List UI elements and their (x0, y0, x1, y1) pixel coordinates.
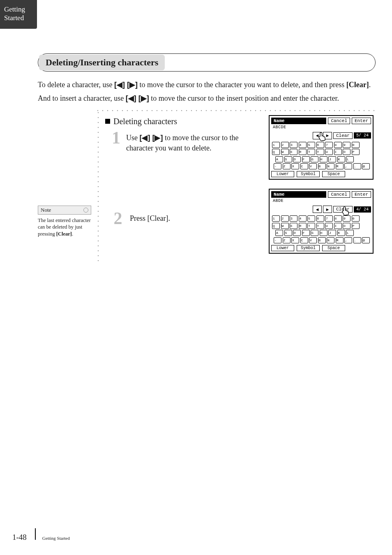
keyboard-key[interactable]: X (291, 163, 299, 169)
keyboard-key[interactable]: H (320, 156, 327, 162)
keyboard-key[interactable]: P (352, 149, 360, 155)
keyboard-key[interactable]: L (346, 230, 354, 236)
keyboard-key[interactable]: 2 (281, 142, 289, 148)
cursor-left-button[interactable]: ◀ (313, 206, 322, 213)
keyboard-key[interactable]: E (290, 223, 297, 229)
keyboard-key[interactable]: L (346, 156, 354, 162)
keyboard-key[interactable]: O (343, 149, 350, 155)
case-lower-button[interactable]: Lower (271, 245, 294, 251)
keyboard-key[interactable]: 7 (325, 142, 333, 148)
keyboard-key[interactable]: 2 (281, 215, 289, 222)
keyboard-key[interactable]: 8 (334, 215, 342, 222)
keyboard-key[interactable]: B (318, 237, 326, 243)
keyboard-key[interactable]: F (302, 156, 310, 162)
keyboard-key[interactable]: K (337, 230, 345, 236)
keyboard-key[interactable]: Y (316, 223, 324, 229)
keyboard-key[interactable]: B (318, 163, 326, 169)
keyboard-key[interactable]: 4 (299, 215, 307, 222)
keyboard-key[interactable]: T (307, 223, 315, 229)
keyboard-key[interactable]: Q (272, 223, 280, 229)
keyboard-key[interactable]: W (281, 149, 289, 155)
keyboard-key[interactable]: @ (362, 163, 370, 169)
enter-button[interactable]: Enter (352, 191, 371, 198)
cancel-button[interactable]: Cancel (328, 118, 350, 124)
keyboard-key[interactable]: 3 (290, 215, 297, 222)
keyboard-key[interactable]: 3 (290, 142, 297, 148)
keyboard-key[interactable]: D (293, 156, 301, 162)
cursor-left-button[interactable]: ◀ (313, 132, 322, 139)
keyboard-key[interactable]: , (344, 237, 352, 243)
keyboard-key[interactable]: S (284, 230, 292, 236)
keyboard-key[interactable]: F (302, 230, 310, 236)
keyboard-key[interactable]: J (328, 156, 336, 162)
keyboard-key[interactable]: A (275, 156, 283, 162)
keyboard-key[interactable]: 5 (307, 215, 315, 222)
case-lower-button[interactable]: Lower (271, 171, 294, 177)
keyboard-row-1: 1234567890 (272, 142, 370, 148)
keyboard-key[interactable]: 9 (343, 215, 350, 222)
keyboard-key[interactable]: C (300, 163, 308, 169)
keyboard-key[interactable]: R (299, 149, 307, 155)
keyboard-key[interactable]: O (343, 223, 350, 229)
keyboard-key[interactable]: V (309, 237, 317, 243)
keyboard-key[interactable]: 4 (299, 142, 307, 148)
keyboard-key[interactable]: R (299, 223, 307, 229)
symbol-button[interactable]: Symbol (297, 245, 320, 251)
cursor-right-button[interactable]: ▶ (323, 206, 332, 213)
space-button[interactable]: Space (322, 245, 345, 251)
keyboard-key[interactable]: P (352, 223, 360, 229)
keyboard-key[interactable]: 0 (352, 142, 360, 148)
keyboard-key[interactable]: 6 (316, 215, 324, 222)
keyboard-key[interactable]: I (334, 149, 342, 155)
keyboard-key[interactable]: M (336, 237, 344, 243)
keyboard-key[interactable]: A (275, 230, 283, 236)
keyboard-key[interactable]: 1 (272, 215, 280, 222)
keyboard-key[interactable]: @ (362, 237, 370, 243)
keyboard-key[interactable]: Y (316, 149, 324, 155)
name-input-value[interactable]: ABCDE (271, 124, 371, 131)
keyboard-key[interactable]: Q (272, 149, 280, 155)
keyboard-key[interactable]: 0 (352, 215, 360, 222)
symbol-button[interactable]: Symbol (297, 171, 320, 177)
keyboard-key[interactable]: E (290, 149, 297, 155)
keyboard-key[interactable]: J (328, 230, 336, 236)
keyboard-key[interactable]: 6 (316, 142, 324, 148)
keyboard-key[interactable]: H (320, 230, 327, 236)
keyboard-key[interactable]: 5 (307, 142, 315, 148)
keyboard-key[interactable]: 1 (272, 142, 280, 148)
keyboard-row-4: -ZXCVBNM,.@ (272, 237, 370, 243)
keyboard-key[interactable]: - (274, 237, 281, 243)
keyboard-key[interactable]: M (336, 163, 344, 169)
keyboard-key[interactable]: S (284, 156, 292, 162)
keyboard-key[interactable]: . (353, 237, 361, 243)
keyboard-key[interactable]: W (281, 223, 289, 229)
keyboard-key[interactable]: U (325, 223, 333, 229)
enter-button[interactable]: Enter (352, 118, 371, 124)
keyboard-key[interactable]: , (344, 163, 352, 169)
keyboard-key[interactable]: V (309, 163, 317, 169)
keyboard-key[interactable]: T (307, 149, 315, 155)
cursor-right-button[interactable]: ▶ (323, 132, 332, 139)
keyboard-key[interactable]: 8 (334, 142, 342, 148)
keyboard-key[interactable]: - (274, 163, 281, 169)
keyboard-key[interactable]: Z (283, 163, 291, 169)
clear-button[interactable]: Clear (333, 132, 353, 139)
keyboard-key[interactable]: G (311, 156, 318, 162)
keyboard-key[interactable]: N (327, 163, 334, 169)
keyboard-key[interactable]: X (291, 237, 299, 243)
cancel-button[interactable]: Cancel (328, 191, 350, 198)
keyboard-key[interactable]: D (293, 230, 301, 236)
keyboard-key[interactable]: 7 (325, 215, 333, 222)
keyboard-key[interactable]: U (325, 149, 333, 155)
clear-button[interactable]: Clear (333, 206, 353, 213)
name-input-value[interactable]: ABDE (271, 198, 371, 205)
keyboard-key[interactable]: I (334, 223, 342, 229)
keyboard-key[interactable]: G (311, 230, 318, 236)
keyboard-key[interactable]: . (353, 163, 361, 169)
keyboard-key[interactable]: K (337, 156, 345, 162)
keyboard-key[interactable]: 9 (343, 142, 350, 148)
space-button[interactable]: Space (322, 171, 345, 177)
keyboard-key[interactable]: Z (283, 237, 291, 243)
keyboard-key[interactable]: N (327, 237, 334, 243)
keyboard-key[interactable]: C (300, 237, 308, 243)
